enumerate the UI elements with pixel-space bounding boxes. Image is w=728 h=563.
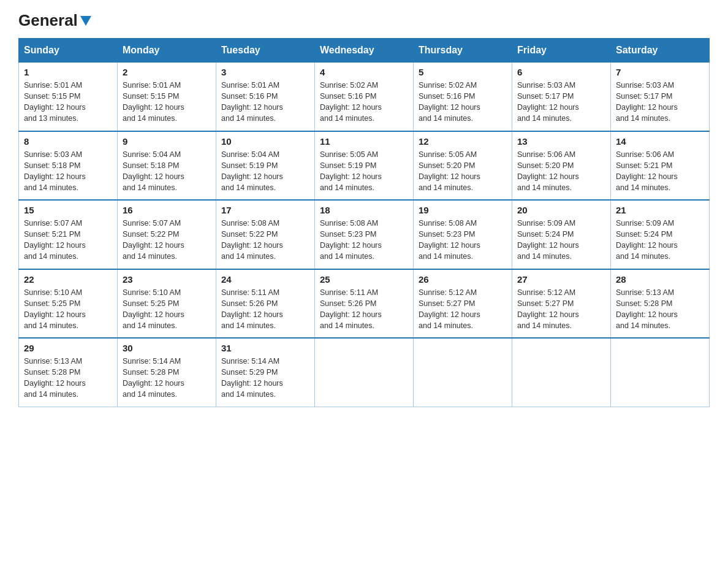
day-info: Sunrise: 5:04 AMSunset: 5:19 PMDaylight:… [221,149,309,194]
calendar-cell: 16Sunrise: 5:07 AMSunset: 5:22 PMDayligh… [118,200,216,269]
day-number: 5 [419,67,507,77]
weekday-header-wednesday: Wednesday [315,39,414,63]
day-number: 6 [517,67,605,77]
day-number: 13 [517,136,605,147]
day-info: Sunrise: 5:02 AMSunset: 5:16 PMDaylight:… [320,80,408,124]
day-info: Sunrise: 5:05 AMSunset: 5:20 PMDaylight:… [419,149,507,194]
day-number: 4 [320,67,408,77]
weekday-header-saturday: Saturday [611,39,710,63]
calendar-cell: 30Sunrise: 5:14 AMSunset: 5:28 PMDayligh… [118,338,216,407]
calendar-cell [315,338,414,407]
calendar-cell: 6Sunrise: 5:03 AMSunset: 5:17 PMDaylight… [512,63,611,131]
day-number: 22 [24,274,112,285]
calendar-cell: 20Sunrise: 5:09 AMSunset: 5:24 PMDayligh… [512,200,611,269]
day-info: Sunrise: 5:10 AMSunset: 5:25 PMDaylight:… [123,287,211,332]
day-number: 17 [221,205,309,215]
calendar-cell: 3Sunrise: 5:01 AMSunset: 5:16 PMDaylight… [216,63,315,131]
day-info: Sunrise: 5:06 AMSunset: 5:20 PMDaylight:… [517,149,605,194]
day-number: 19 [419,205,507,215]
calendar-cell: 24Sunrise: 5:11 AMSunset: 5:26 PMDayligh… [216,269,315,339]
calendar-cell [611,338,710,407]
day-number: 14 [616,136,704,147]
day-info: Sunrise: 5:08 AMSunset: 5:23 PMDaylight:… [320,218,408,262]
day-info: Sunrise: 5:01 AMSunset: 5:15 PMDaylight:… [123,80,211,124]
calendar-cell: 12Sunrise: 5:05 AMSunset: 5:20 PMDayligh… [414,131,512,201]
day-number: 3 [221,67,309,77]
calendar-cell: 25Sunrise: 5:11 AMSunset: 5:26 PMDayligh… [315,269,414,339]
day-info: Sunrise: 5:07 AMSunset: 5:22 PMDaylight:… [123,218,211,262]
day-info: Sunrise: 5:13 AMSunset: 5:28 PMDaylight:… [616,287,704,332]
calendar-cell: 10Sunrise: 5:04 AMSunset: 5:19 PMDayligh… [216,131,315,201]
calendar-cell: 28Sunrise: 5:13 AMSunset: 5:28 PMDayligh… [611,269,710,339]
calendar-week-row: 29Sunrise: 5:13 AMSunset: 5:28 PMDayligh… [19,338,710,407]
calendar-cell: 31Sunrise: 5:14 AMSunset: 5:29 PMDayligh… [216,338,315,407]
day-info: Sunrise: 5:09 AMSunset: 5:24 PMDaylight:… [517,218,605,262]
calendar-cell: 21Sunrise: 5:09 AMSunset: 5:24 PMDayligh… [611,200,710,269]
calendar-cell: 13Sunrise: 5:06 AMSunset: 5:20 PMDayligh… [512,131,611,201]
day-info: Sunrise: 5:09 AMSunset: 5:24 PMDaylight:… [616,218,704,262]
calendar-cell: 29Sunrise: 5:13 AMSunset: 5:28 PMDayligh… [19,338,118,407]
weekday-header-monday: Monday [118,39,216,63]
day-number: 27 [517,274,605,285]
logo: General [18,12,93,27]
day-info: Sunrise: 5:03 AMSunset: 5:17 PMDaylight:… [517,80,605,124]
calendar-cell: 23Sunrise: 5:10 AMSunset: 5:25 PMDayligh… [118,269,216,339]
day-info: Sunrise: 5:08 AMSunset: 5:23 PMDaylight:… [419,218,507,262]
calendar-cell: 4Sunrise: 5:02 AMSunset: 5:16 PMDaylight… [315,63,414,131]
day-number: 1 [24,67,112,77]
calendar-cell: 15Sunrise: 5:07 AMSunset: 5:21 PMDayligh… [19,200,118,269]
day-info: Sunrise: 5:01 AMSunset: 5:16 PMDaylight:… [221,80,309,124]
weekday-header-tuesday: Tuesday [216,39,315,63]
day-number: 7 [616,67,704,77]
day-number: 24 [221,274,309,285]
day-info: Sunrise: 5:12 AMSunset: 5:27 PMDaylight:… [517,287,605,332]
day-number: 20 [517,205,605,215]
day-number: 18 [320,205,408,215]
day-info: Sunrise: 5:14 AMSunset: 5:29 PMDaylight:… [221,356,309,400]
day-number: 25 [320,274,408,285]
day-info: Sunrise: 5:01 AMSunset: 5:15 PMDaylight:… [24,80,112,124]
day-number: 2 [123,67,211,77]
calendar-cell: 14Sunrise: 5:06 AMSunset: 5:21 PMDayligh… [611,131,710,201]
day-number: 9 [123,136,211,147]
calendar-cell [512,338,611,407]
day-number: 11 [320,136,408,147]
weekday-header-sunday: Sunday [19,39,118,63]
day-info: Sunrise: 5:06 AMSunset: 5:21 PMDaylight:… [616,149,704,194]
day-info: Sunrise: 5:05 AMSunset: 5:19 PMDaylight:… [320,149,408,194]
day-info: Sunrise: 5:13 AMSunset: 5:28 PMDaylight:… [24,356,112,400]
calendar-cell: 18Sunrise: 5:08 AMSunset: 5:23 PMDayligh… [315,200,414,269]
day-number: 28 [616,274,704,285]
day-number: 30 [123,343,211,353]
day-number: 12 [419,136,507,147]
day-number: 29 [24,343,112,353]
day-number: 15 [24,205,112,215]
day-info: Sunrise: 5:07 AMSunset: 5:21 PMDaylight:… [24,218,112,262]
day-info: Sunrise: 5:02 AMSunset: 5:16 PMDaylight:… [419,80,507,124]
calendar-table: SundayMondayTuesdayWednesdayThursdayFrid… [18,38,710,407]
calendar-week-row: 15Sunrise: 5:07 AMSunset: 5:21 PMDayligh… [19,200,710,269]
day-info: Sunrise: 5:12 AMSunset: 5:27 PMDaylight:… [419,287,507,332]
day-number: 31 [221,343,309,353]
day-number: 16 [123,205,211,215]
weekday-header-row: SundayMondayTuesdayWednesdayThursdayFrid… [19,39,710,63]
day-number: 23 [123,274,211,285]
calendar-cell: 2Sunrise: 5:01 AMSunset: 5:15 PMDaylight… [118,63,216,131]
calendar-cell: 22Sunrise: 5:10 AMSunset: 5:25 PMDayligh… [19,269,118,339]
calendar-week-row: 1Sunrise: 5:01 AMSunset: 5:15 PMDaylight… [19,63,710,131]
calendar-cell: 11Sunrise: 5:05 AMSunset: 5:19 PMDayligh… [315,131,414,201]
svg-marker-0 [80,16,91,26]
calendar-week-row: 22Sunrise: 5:10 AMSunset: 5:25 PMDayligh… [19,269,710,339]
page-header: General [18,12,710,27]
day-number: 26 [419,274,507,285]
calendar-cell: 19Sunrise: 5:08 AMSunset: 5:23 PMDayligh… [414,200,512,269]
day-info: Sunrise: 5:10 AMSunset: 5:25 PMDaylight:… [24,287,112,332]
calendar-cell: 26Sunrise: 5:12 AMSunset: 5:27 PMDayligh… [414,269,512,339]
weekday-header-thursday: Thursday [414,39,512,63]
calendar-cell: 5Sunrise: 5:02 AMSunset: 5:16 PMDaylight… [414,63,512,131]
day-info: Sunrise: 5:11 AMSunset: 5:26 PMDaylight:… [320,287,408,332]
day-info: Sunrise: 5:04 AMSunset: 5:18 PMDaylight:… [123,149,211,194]
day-number: 10 [221,136,309,147]
day-number: 8 [24,136,112,147]
calendar-cell: 27Sunrise: 5:12 AMSunset: 5:27 PMDayligh… [512,269,611,339]
